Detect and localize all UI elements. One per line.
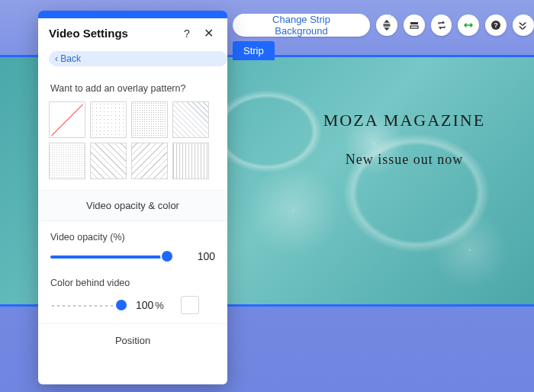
color-behind-slider[interactable] [50, 299, 127, 311]
animation-icon[interactable] [513, 14, 534, 36]
svg-rect-0 [410, 22, 418, 24]
video-opacity-slider[interactable] [50, 250, 172, 262]
overlay-pattern-label: Want to add an overlay pattern? [38, 72, 227, 98]
color-behind-chip[interactable] [181, 296, 199, 314]
video-opacity-field: Video opacity (%) 100 [38, 221, 227, 267]
loop-icon[interactable] [431, 14, 452, 36]
panel-body: Want to add an overlay pattern? Video op… [38, 72, 227, 384]
back-button[interactable]: ‹ Back [49, 51, 227, 66]
editor-stage: MOZA MAGAZINE New issue out now Change S… [0, 0, 534, 392]
percent-unit: % [155, 300, 164, 311]
hero-title: MOZA MAGAZINE [282, 111, 526, 130]
strip-toolbar: Change Strip Background ? [233, 14, 534, 37]
width-icon[interactable] [458, 14, 479, 36]
color-behind-value: 100 [136, 299, 153, 311]
pattern-dots-medium[interactable] [90, 101, 127, 138]
video-opacity-label: Video opacity (%) [50, 232, 215, 243]
pattern-none[interactable] [49, 101, 85, 138]
change-strip-background-button[interactable]: Change Strip Background [233, 14, 370, 37]
panel-title: Video Settings [49, 27, 179, 40]
layout-icon[interactable] [404, 14, 425, 36]
panel-header: Video Settings ? ✕ [38, 18, 227, 51]
color-behind-label: Color behind video [50, 278, 215, 288]
svg-rect-1 [410, 26, 418, 28]
section-opacity-color: Video opacity & color [38, 190, 227, 221]
color-behind-field: Color behind video 100% [38, 267, 227, 319]
overlay-pattern-grid [38, 98, 227, 190]
pattern-diagonal-1[interactable] [172, 101, 209, 138]
pattern-diagonal-3[interactable] [131, 143, 168, 179]
video-opacity-value: 100 [182, 250, 215, 262]
back-label: Back [60, 53, 81, 64]
hero-text: MOZA MAGAZINE New issue out now [282, 111, 526, 168]
panel-accent-bar [38, 11, 227, 18]
pattern-noise[interactable] [49, 143, 85, 179]
help-icon[interactable]: ? [485, 14, 507, 36]
section-position: Position [38, 323, 227, 346]
pattern-dots-small[interactable] [131, 101, 168, 138]
help-button[interactable]: ? [179, 27, 195, 40]
pattern-vertical[interactable] [172, 143, 209, 179]
close-button[interactable]: ✕ [200, 26, 217, 40]
hero-subtitle: New issue out now [282, 152, 526, 168]
video-settings-panel: Video Settings ? ✕ ‹ Back Want to add an… [38, 11, 227, 384]
pattern-diagonal-2[interactable] [90, 143, 127, 179]
stretch-icon[interactable] [376, 14, 397, 36]
strip-tab[interactable]: Strip [233, 41, 275, 60]
svg-text:?: ? [494, 21, 498, 29]
